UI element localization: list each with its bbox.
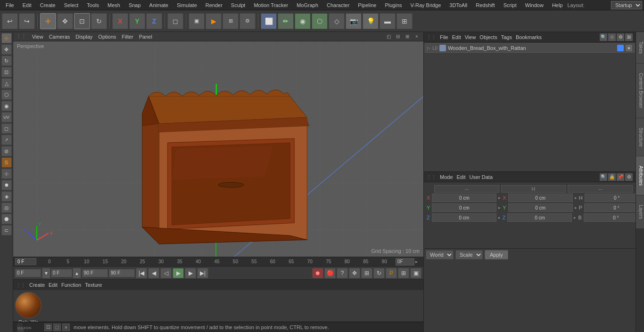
menu-character[interactable]: Character: [323, 1, 353, 9]
render-to-po-button[interactable]: ⊞: [223, 13, 239, 29]
lt-extrude[interactable]: ⬣: [1, 214, 12, 224]
redo-button[interactable]: ↪: [19, 13, 35, 29]
vp-close-icon[interactable]: ×: [413, 33, 421, 40]
filter-icon[interactable]: ⊹: [608, 33, 616, 41]
lt-scale[interactable]: ⊡: [1, 67, 12, 77]
lt-brush[interactable]: S: [1, 157, 12, 168]
playback-start-field[interactable]: [15, 269, 41, 277]
attr-user-data[interactable]: User Data: [470, 174, 493, 180]
pen-button[interactable]: ✏: [278, 13, 294, 29]
lt-tex[interactable]: ◻: [1, 123, 12, 134]
vp-panel-menu[interactable]: Panel: [139, 34, 152, 40]
menu-snap[interactable]: Snap: [125, 1, 145, 9]
tab-content-browser[interactable]: Content Browser: [636, 64, 644, 118]
tab-layers[interactable]: Layers: [636, 195, 644, 229]
object-row-bread-box[interactable]: ▷ L0 Wooden_Bread_Box_with_Rattan ●: [425, 43, 635, 53]
menu-vray[interactable]: V-Ray Bridge: [407, 1, 445, 9]
select-tool-button[interactable]: ✛: [40, 13, 56, 29]
goto-start-button[interactable]: |◀: [136, 268, 147, 278]
render-settings-button[interactable]: ⚙: [239, 13, 256, 29]
menu-mograph[interactable]: MoGraph: [293, 1, 322, 9]
playback-start2-field[interactable]: [51, 269, 72, 277]
status-close-button[interactable]: ×: [62, 324, 70, 331]
coord-x-scale[interactable]: [508, 194, 573, 202]
step-forward-button[interactable]: ▶: [185, 268, 196, 278]
extra-button[interactable]: ⊞: [396, 13, 413, 29]
step-back-button[interactable]: ◀: [148, 268, 159, 278]
expand-icon[interactable]: ⊞: [625, 33, 633, 41]
apply-button[interactable]: Apply: [485, 250, 508, 259]
vp-fullscreen-icon[interactable]: ◰: [385, 33, 392, 40]
menu-tools[interactable]: Tools: [83, 1, 103, 9]
cube-button[interactable]: ⬜: [261, 13, 277, 29]
menu-pipeline[interactable]: Pipeline: [354, 1, 380, 9]
mat-edit[interactable]: Edit: [49, 282, 58, 288]
frame-step-up[interactable]: ▴: [73, 268, 81, 278]
material-preview-ball[interactable]: [15, 292, 41, 318]
z-axis-button[interactable]: Z: [146, 13, 162, 29]
grid-button[interactable]: ⊞: [398, 268, 409, 278]
mat-texture[interactable]: Texture: [85, 282, 102, 288]
lt-null[interactable]: ⊘: [1, 146, 12, 156]
viewport-3d[interactable]: Perspective: [13, 41, 423, 257]
menu-help[interactable]: Help: [548, 1, 567, 9]
render-region-button[interactable]: ▣: [189, 13, 205, 29]
rt-objects[interactable]: Objects: [479, 34, 497, 40]
coord-y-pos[interactable]: [432, 203, 496, 212]
lt-rotate[interactable]: ↻: [1, 56, 12, 66]
rt-file[interactable]: File: [440, 34, 448, 40]
vp-cameras-menu[interactable]: Cameras: [49, 34, 70, 40]
lt-dissolve[interactable]: ◎: [1, 202, 12, 213]
menu-animate[interactable]: Animate: [146, 1, 172, 9]
vp-view-menu[interactable]: View: [32, 34, 43, 40]
lt-fill[interactable]: ◈: [1, 191, 12, 202]
frame-step-down[interactable]: ▾: [42, 268, 50, 278]
rt-view[interactable]: View: [465, 34, 476, 40]
mat-create[interactable]: Create: [29, 282, 45, 288]
frame-end-input[interactable]: [396, 258, 414, 266]
rt-edit[interactable]: Edit: [452, 34, 461, 40]
move-tool-button[interactable]: ✥: [57, 13, 73, 29]
lt-magnet[interactable]: ⊹: [1, 169, 12, 179]
keyframe-help-button[interactable]: ?: [337, 268, 348, 278]
timeline-button[interactable]: ⊞: [361, 268, 372, 278]
render-pb-button[interactable]: ▣: [410, 268, 421, 278]
status-icon-1[interactable]: ⊡: [44, 324, 52, 331]
tab-structure[interactable]: Structure: [636, 118, 644, 157]
coord-z-pos[interactable]: [432, 213, 496, 222]
coord-x-pos[interactable]: [432, 194, 496, 202]
menu-create[interactable]: Create: [36, 1, 59, 9]
obj-vis-button[interactable]: ●: [626, 45, 632, 51]
x-axis-button[interactable]: X: [112, 13, 128, 29]
attr-settings-icon[interactable]: ⚙: [625, 173, 633, 181]
floor-button[interactable]: ▬: [380, 13, 396, 29]
record2-button[interactable]: P: [386, 268, 397, 278]
tab-takes[interactable]: Takes: [636, 32, 644, 64]
scale-tool-button[interactable]: ⊡: [74, 13, 90, 29]
menu-render[interactable]: Render: [202, 1, 226, 9]
tab-attributes[interactable]: Attributes: [636, 156, 644, 195]
object-mode-button[interactable]: ◻: [167, 13, 183, 29]
lt-uv[interactable]: UV: [1, 112, 12, 122]
spline-button[interactable]: ◇: [329, 13, 345, 29]
search-icon[interactable]: 🔍: [600, 33, 607, 41]
rt-bookmarks[interactable]: Bookmarks: [516, 34, 542, 40]
lt-point[interactable]: ◉: [1, 101, 12, 111]
vp-options-menu[interactable]: Options: [98, 34, 116, 40]
lt-joint[interactable]: ↗: [1, 135, 12, 145]
light-button[interactable]: 💡: [363, 13, 379, 29]
menu-redshift[interactable]: Redshift: [472, 1, 498, 9]
lt-select[interactable]: ⊹: [1, 33, 12, 43]
menu-sculpt[interactable]: Sculpt: [227, 1, 249, 9]
lt-poly[interactable]: △: [1, 78, 12, 89]
lt-knife[interactable]: ⊂: [1, 225, 12, 235]
vp-split-h-icon[interactable]: ⊟: [394, 33, 402, 40]
motion-mode-button[interactable]: ✥: [349, 268, 360, 278]
menu-plugins[interactable]: Plugins: [381, 1, 405, 9]
timeline-marks[interactable]: 0 5 10 15 20 25 30 35 40 45 50 55 60 65: [38, 259, 396, 264]
vp-filter-menu[interactable]: Filter: [122, 34, 133, 40]
world-dropdown[interactable]: World: [426, 250, 454, 259]
settings-icon[interactable]: ⚙: [617, 33, 624, 41]
attr-search-icon[interactable]: 🔍: [600, 173, 607, 181]
menu-script[interactable]: Script: [500, 1, 520, 9]
